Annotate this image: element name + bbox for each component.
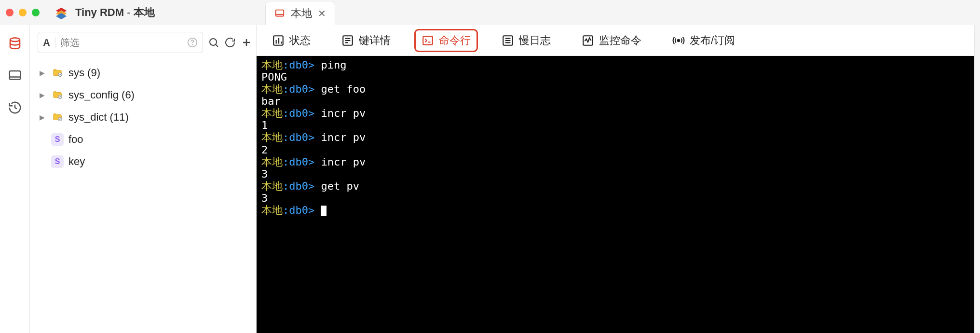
- tab-monitor-label: 监控命令: [599, 33, 641, 48]
- tab-status[interactable]: 状态: [266, 30, 316, 51]
- chevron-right-icon: ▶: [40, 91, 46, 99]
- string-type-icon: S: [51, 133, 64, 146]
- search-button[interactable]: [208, 32, 219, 53]
- monitor-icon[interactable]: [8, 69, 22, 83]
- filter-mode-button[interactable]: A: [38, 37, 55, 48]
- tree-key[interactable]: Sfoo: [38, 128, 248, 151]
- titlebar: Tiny RDM - 本地 本地 ✕: [0, 0, 980, 25]
- tree-label: foo: [68, 133, 83, 146]
- close-icon[interactable]: ✕: [318, 8, 326, 19]
- string-type-icon: S: [51, 155, 64, 168]
- main-panel: 状态 键详情 命令行 慢日志 监控命令 发布/订阅 本地:: [257, 25, 974, 333]
- svg-point-6: [192, 44, 193, 45]
- tab-monitor[interactable]: 监控命令: [576, 30, 647, 51]
- nav-rail: [0, 25, 30, 333]
- tree-label: sys_config (6): [68, 89, 135, 101]
- tree-folder[interactable]: ▶sys_config (6): [38, 84, 248, 106]
- server-icon: [274, 8, 285, 19]
- tab-keydetail-label: 键详情: [359, 33, 391, 48]
- tab-label: 本地: [291, 6, 312, 21]
- chevron-right-icon: ▶: [40, 69, 46, 77]
- tab-slowlog-label: 慢日志: [519, 33, 551, 48]
- tree-label: sys_dict (11): [68, 111, 129, 124]
- tree-folder[interactable]: ▶sys (9): [38, 62, 248, 84]
- tab-pubsub-label: 发布/订阅: [690, 33, 735, 48]
- tree-label: sys (9): [68, 67, 100, 79]
- svg-point-2: [10, 38, 20, 42]
- add-button[interactable]: [241, 32, 252, 53]
- tab-cli-label: 命令行: [439, 33, 471, 48]
- terminal[interactable]: 本地:db0> ping PONG 本地:db0> get foo bar 本地…: [257, 56, 974, 333]
- folder-icon: [51, 90, 64, 100]
- tree-folder[interactable]: ▶sys_dict (11): [38, 106, 248, 128]
- tree-label: key: [68, 155, 85, 168]
- app-name: Tiny RDM: [75, 6, 124, 18]
- window-maximize-button[interactable]: [32, 9, 40, 16]
- window-close-button[interactable]: [6, 9, 14, 16]
- window-buttons: [6, 9, 40, 16]
- tab-keydetail[interactable]: 键详情: [336, 30, 396, 51]
- search-box: A: [38, 32, 203, 53]
- refresh-button[interactable]: [224, 32, 236, 53]
- tab-status-label: 状态: [289, 33, 311, 48]
- right-edge: [974, 25, 980, 333]
- subtab-bar: 状态 键详情 命令行 慢日志 监控命令 发布/订阅: [257, 25, 974, 56]
- filter-input[interactable]: [55, 37, 187, 48]
- svg-rect-0: [276, 10, 284, 16]
- tab-cli[interactable]: 命令行: [416, 30, 476, 51]
- svg-line-8: [216, 45, 218, 47]
- svg-point-7: [210, 39, 217, 45]
- tab-slowlog[interactable]: 慢日志: [496, 30, 557, 51]
- folder-icon: [51, 112, 64, 123]
- tree-key[interactable]: Skey: [38, 151, 248, 173]
- key-tree: ▶sys (9)▶sys_config (6)▶sys_dict (11)Sfo…: [38, 62, 248, 173]
- app-title: Tiny RDM - 本地: [75, 5, 155, 20]
- app-connection: 本地: [134, 6, 155, 18]
- history-icon[interactable]: [8, 100, 22, 115]
- database-icon[interactable]: [8, 37, 22, 51]
- tab-pubsub[interactable]: 发布/订阅: [667, 30, 741, 51]
- help-icon[interactable]: [187, 37, 198, 48]
- sidebar: A ▶sys (9)▶sys_config (6)▶sys_dict (11)S…: [30, 25, 257, 333]
- svg-rect-22: [423, 36, 433, 44]
- window-minimize-button[interactable]: [19, 9, 27, 16]
- app-icon: [54, 5, 68, 20]
- chevron-right-icon: ▶: [40, 113, 46, 121]
- connection-tab[interactable]: 本地 ✕: [265, 1, 335, 25]
- folder-icon: [51, 68, 64, 78]
- svg-point-29: [678, 39, 680, 41]
- svg-rect-3: [9, 71, 20, 80]
